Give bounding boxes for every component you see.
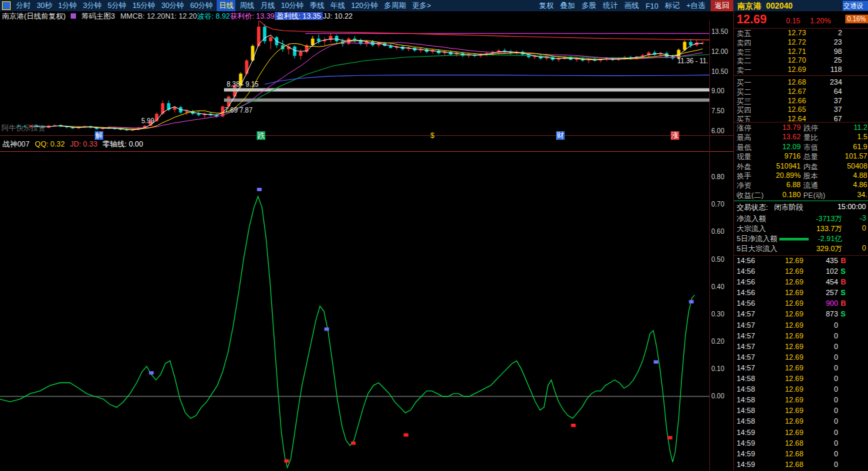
period-tab[interactable]: 5分钟	[106, 0, 129, 11]
ob-price: 12.69	[761, 65, 806, 73]
order-book-row[interactable]: 买二12.6764	[734, 87, 868, 97]
event-marker: $	[428, 131, 437, 140]
tick-volume: 900	[806, 299, 838, 307]
chart-canvas[interactable]: 8.38 - 9.1514.4111.36 - 11.7.69 7.875.99	[0, 0, 733, 471]
stat-label: 换手	[737, 171, 751, 181]
period-tab[interactable]: 日线	[217, 0, 235, 11]
industry-tag-button[interactable]: 交通设施	[843, 1, 868, 11]
tick-time: 14:58	[737, 417, 755, 425]
period-tab[interactable]: 月线	[258, 0, 277, 11]
period-tab[interactable]: 30分钟	[159, 0, 186, 11]
indicator-axis-label: 0.00	[711, 392, 734, 400]
tool-button[interactable]: 叠加	[559, 0, 577, 11]
tick-price: 12.69	[771, 342, 803, 350]
tick-volume: 435	[806, 256, 838, 264]
period-tab[interactable]: 周线	[237, 0, 256, 11]
ob-volume: 37	[807, 105, 842, 113]
app-icon[interactable]	[2, 1, 11, 10]
tick-row: 14:5812.690	[734, 417, 868, 428]
last-price: 12.69	[737, 13, 767, 27]
tool-button[interactable]: 复权	[538, 0, 555, 11]
ob-volume: 37	[807, 97, 842, 105]
period-tab[interactable]: 年线	[329, 0, 347, 11]
tool-button[interactable]: 统计	[602, 0, 619, 11]
stat-value: 9716	[770, 152, 801, 160]
tick-volume: 0	[806, 406, 838, 414]
tick-price: 12.69	[771, 396, 803, 404]
tool-button[interactable]: 标记	[664, 0, 681, 11]
order-book-row[interactable]: 卖三12.7198	[734, 47, 868, 57]
ob-price: 12.72	[761, 38, 806, 46]
flow-label: 5日净流入额	[737, 234, 777, 244]
fund-flow-row: 5日大宗流入329.0万0	[734, 244, 868, 254]
stat-label: 最高	[737, 133, 751, 143]
tick-price: 12.68	[771, 460, 803, 468]
ob-price: 12.71	[761, 47, 806, 55]
order-book-row[interactable]: 买四12.6537	[734, 105, 868, 115]
tick-row: 14:5612.69900B	[734, 299, 868, 310]
period-tab[interactable]: 季线	[308, 0, 327, 11]
order-book-row[interactable]: 卖二12.7025	[734, 56, 868, 65]
price-change: 0.15	[786, 17, 800, 25]
tick-time: 14:58	[737, 396, 755, 404]
stat-value: 6.88	[770, 181, 801, 189]
tick-volume: 0	[806, 450, 838, 458]
tool-button[interactable]: +自选	[685, 0, 707, 11]
ob-label: 买一	[737, 78, 751, 88]
period-tab[interactable]: 60分钟	[188, 0, 215, 11]
tick-direction: B	[841, 278, 849, 286]
tool-button[interactable]: 多股	[581, 0, 598, 11]
tick-volume: 0	[806, 428, 838, 436]
tick-price: 12.69	[771, 385, 803, 393]
ob-label: 卖三	[737, 47, 751, 57]
period-tab[interactable]: 多周期	[382, 0, 408, 11]
order-book-row[interactable]: 卖五12.732	[734, 29, 868, 38]
flow-label: 5日大宗流入	[737, 244, 777, 254]
period-tab[interactable]: 分时	[14, 0, 33, 11]
ob-volume: 98	[807, 47, 842, 55]
tick-list[interactable]: 14:5612.69435B14:5612.69102S14:5612.6945…	[734, 256, 868, 471]
fund-flow-row: 5日净流入额-2.91亿	[734, 234, 868, 244]
period-tab[interactable]: 10分钟	[279, 0, 305, 11]
period-tab[interactable]: 1分钟	[56, 0, 79, 11]
period-tab[interactable]: 120分钟	[349, 0, 380, 11]
period-tab[interactable]: 3分钟	[81, 0, 103, 11]
tick-volume: 0	[806, 417, 838, 425]
order-book-row[interactable]: 买一12.68234	[734, 78, 868, 87]
tick-row: 14:5612.69454B	[734, 278, 868, 288]
overlay-swatch-icon	[71, 13, 76, 19]
stat-value: 4.88	[830, 171, 867, 179]
tick-price: 12.69	[771, 321, 803, 329]
tick-price: 12.69	[771, 299, 803, 307]
stat-row: 换手20.89%股本4.88	[734, 171, 868, 181]
period-tab[interactable]: 更多>	[410, 0, 433, 11]
tick-time: 14:56	[737, 256, 755, 264]
tick-volume: 0	[806, 396, 838, 404]
flow-value: 329.0万	[798, 244, 842, 254]
indicator-name[interactable]: 战神007	[3, 139, 29, 149]
tick-row: 14:5712.690	[734, 364, 868, 374]
quote-panel: 12.69 0.15 1.20% 0.16% 卖五12.732卖四12.7223…	[733, 11, 868, 471]
field-label: 盈利线	[277, 12, 299, 20]
period-tab[interactable]: 15分钟	[131, 0, 157, 11]
tool-button[interactable]: 画线	[623, 0, 641, 11]
chart-annotation: 7.69 7.87	[225, 107, 253, 114]
order-book-row[interactable]: 卖四12.7223	[734, 38, 868, 47]
tick-price: 12.69	[771, 428, 803, 436]
overlay-indicator-name[interactable]: 筹码主图3	[81, 11, 115, 21]
ob-price: 12.68	[761, 78, 806, 86]
tick-price: 12.68	[771, 439, 803, 447]
tool-button[interactable]: F10	[645, 1, 660, 11]
period-tab[interactable]: 30秒	[35, 0, 54, 11]
back-button[interactable]: 返回	[711, 0, 733, 11]
tick-time: 14:59	[737, 460, 755, 468]
indicator-axis-label: 0.20	[711, 338, 734, 345]
ob-volume: 118	[807, 65, 842, 73]
tick-price: 12.69	[771, 278, 803, 286]
order-book-row[interactable]: 买三12.6637	[734, 97, 868, 106]
indicator-field: JD: 0.33	[70, 140, 97, 148]
flow-label: 大宗流入	[737, 224, 766, 234]
tick-row: 14:5912.690	[734, 428, 868, 439]
field-label: QQ	[35, 140, 46, 148]
order-book-row[interactable]: 卖一12.69118	[734, 65, 868, 75]
